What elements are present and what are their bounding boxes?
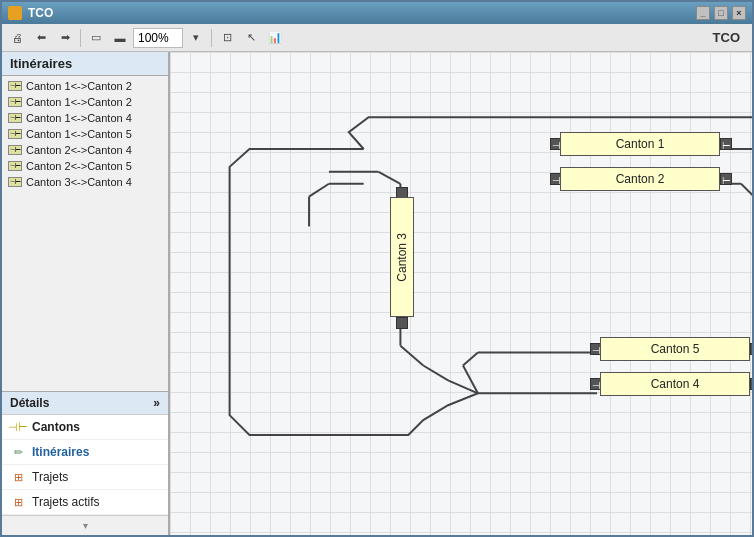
forward-button[interactable]: ➡	[54, 27, 76, 49]
details-section: Détails » ⊣⊢Cantons✏Itinéraires⊞Trajets⊞…	[2, 391, 168, 515]
zoom-level: 100%	[133, 28, 183, 48]
details-item-label-2: Trajets	[32, 470, 68, 484]
itinerary-item-5[interactable]: ⊣⊢Canton 2<->Canton 5	[2, 158, 168, 174]
svg-line-12	[400, 346, 423, 366]
window-controls: _ □ ×	[696, 6, 746, 20]
sep1	[80, 29, 81, 47]
tco-canvas[interactable]: ⊣⊢Canton 1⊣⊢Canton 2Canton 3⊣⊢Canton 4⊣⊢…	[170, 52, 752, 535]
canton1-box[interactable]: Canton 1	[560, 132, 720, 156]
details-items: ⊣⊢Cantons✏Itinéraires⊞Trajets⊞Trajets ac…	[2, 414, 168, 515]
canton5-box[interactable]: Canton 5	[600, 337, 750, 361]
app-icon	[8, 6, 22, 20]
itinerary-label-4: Canton 2<->Canton 4	[26, 144, 132, 156]
svg-text:⊢: ⊢	[722, 140, 731, 151]
track-svg	[170, 52, 752, 535]
canton5-right-connector: ⊢	[750, 343, 752, 355]
canton5-label: Canton 5	[651, 342, 700, 356]
svg-line-6	[741, 184, 752, 199]
itinerary-list: ⊣⊢Canton 1<->Canton 2⊣⊢Canton 1<->Canton…	[2, 76, 168, 391]
itinerary-icon-1: ⊣⊢	[8, 97, 22, 107]
close-button[interactable]: ×	[732, 6, 746, 20]
svg-line-9	[379, 172, 401, 184]
toolbar: 🖨 ⬅ ➡ ▭ ▬ 100% ▾ ⊡ ↖ 📊 TCO	[2, 24, 752, 52]
canton4-box[interactable]: Canton 4	[600, 372, 750, 396]
canton2-label: Canton 2	[616, 172, 665, 186]
itinerary-item-6[interactable]: ⊣⊢Canton 3<->Canton 4	[2, 174, 168, 190]
itinerary-item-3[interactable]: ⊣⊢Canton 1<->Canton 5	[2, 126, 168, 142]
sidebar-bottom-arrow[interactable]: ▾	[2, 515, 168, 535]
itinerary-label-6: Canton 3<->Canton 4	[26, 176, 132, 188]
itinerary-item-4[interactable]: ⊣⊢Canton 2<->Canton 4	[2, 142, 168, 158]
sep2	[211, 29, 212, 47]
grid-icon: ⊞	[10, 469, 26, 485]
details-item-cantons[interactable]: ⊣⊢Cantons	[2, 415, 168, 440]
svg-line-3	[309, 184, 329, 197]
details-item-label-0: Cantons	[32, 420, 80, 434]
tco-label: TCO	[713, 30, 748, 45]
canton4-label: Canton 4	[651, 377, 700, 391]
title-bar: TCO _ □ ×	[2, 2, 752, 24]
canton3-box[interactable]: Canton 3	[390, 197, 414, 317]
main-window: TCO _ □ × 🖨 ⬅ ➡ ▭ ▬ 100% ▾ ⊡ ↖ 📊 TCO Iti…	[0, 0, 754, 537]
chart-button[interactable]: 📊	[264, 27, 286, 49]
minimize-button[interactable]: _	[696, 6, 710, 20]
itinerary-icon-5: ⊣⊢	[8, 161, 22, 171]
details-header[interactable]: Détails »	[2, 392, 168, 414]
itinerary-label-5: Canton 2<->Canton 5	[26, 160, 132, 172]
pencil-icon: ✏	[10, 444, 26, 460]
itinerary-item-0[interactable]: ⊣⊢Canton 1<->Canton 2	[2, 78, 168, 94]
zoom-dropdown-button[interactable]: ▾	[185, 27, 207, 49]
sidebar: Itinéraires ⊣⊢Canton 1<->Canton 2⊣⊢Canto…	[2, 52, 170, 535]
svg-line-13	[423, 366, 448, 381]
itinerary-label-2: Canton 1<->Canton 4	[26, 112, 132, 124]
canton1-right-connector: ⊢	[720, 138, 732, 150]
canton1-label: Canton 1	[616, 137, 665, 151]
details-item-itinéraires[interactable]: ✏Itinéraires	[2, 440, 168, 465]
svg-line-16	[463, 353, 478, 366]
canton3-label: Canton 3	[395, 233, 409, 282]
back-button[interactable]: ⬅	[30, 27, 52, 49]
cursor-button[interactable]: ↖	[240, 27, 262, 49]
zoom-out-button[interactable]: ▭	[85, 27, 107, 49]
itinerary-icon-2: ⊣⊢	[8, 113, 22, 123]
itinerary-icon-4: ⊣⊢	[8, 145, 22, 155]
print-button[interactable]: 🖨	[6, 27, 28, 49]
details-item-trajets[interactable]: ⊞Trajets	[2, 465, 168, 490]
details-item-label-3: Trajets actifs	[32, 495, 100, 509]
itinerary-label-0: Canton 1<->Canton 2	[26, 80, 132, 92]
itinerary-item-1[interactable]: ⊣⊢Canton 1<->Canton 2	[2, 94, 168, 110]
grid-active-icon: ⊞	[10, 494, 26, 510]
sidebar-header: Itinéraires	[2, 52, 168, 76]
canton2-right-connector: ⊢	[720, 173, 732, 185]
maximize-button[interactable]: □	[714, 6, 728, 20]
itinerary-item-2[interactable]: ⊣⊢Canton 1<->Canton 4	[2, 110, 168, 126]
window-title: TCO	[28, 6, 696, 20]
svg-line-17	[463, 366, 478, 394]
canton2-box[interactable]: Canton 2	[560, 167, 720, 191]
itinerary-icon-6: ⊣⊢	[8, 177, 22, 187]
svg-text:⊢: ⊢	[722, 175, 731, 186]
fit-button[interactable]: ⊡	[216, 27, 238, 49]
details-chevron: »	[153, 396, 160, 410]
main-area: Itinéraires ⊣⊢Canton 1<->Canton 2⊣⊢Canto…	[2, 52, 752, 535]
details-item-trajets-actifs[interactable]: ⊞Trajets actifs	[2, 490, 168, 515]
canton3-right-connector	[396, 317, 408, 329]
details-label: Détails	[10, 396, 49, 410]
details-item-label-1: Itinéraires	[32, 445, 89, 459]
svg-line-14	[448, 380, 478, 393]
itinerary-icon-3: ⊣⊢	[8, 129, 22, 139]
track-icon: ⊣⊢	[10, 419, 26, 435]
canton4-right-connector: ⊢	[750, 378, 752, 390]
zoom-in-button[interactable]: ▬	[109, 27, 131, 49]
itinerary-label-3: Canton 1<->Canton 5	[26, 128, 132, 140]
itinerary-label-1: Canton 1<->Canton 2	[26, 96, 132, 108]
itinerary-icon-0: ⊣⊢	[8, 81, 22, 91]
